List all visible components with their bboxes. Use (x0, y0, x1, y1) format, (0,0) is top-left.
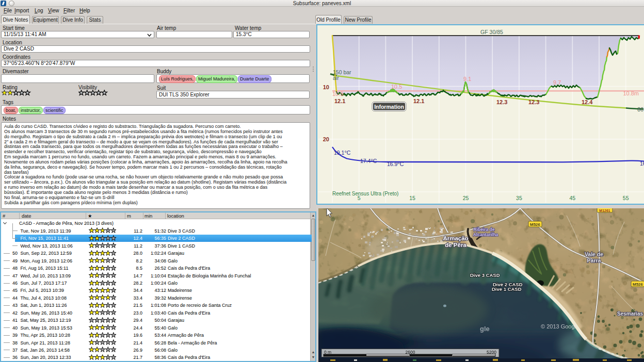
svg-text:Parra: Parra (587, 257, 601, 264)
svg-text:19.1°C: 19.1°C (334, 150, 351, 156)
svg-text:5200: 5200 (487, 350, 496, 355)
svg-text:12.1: 12.1 (334, 98, 345, 104)
svg-text:Information: Information (374, 104, 404, 110)
svg-text:© 2013 Googl: © 2013 Googl (541, 323, 576, 330)
svg-text:Reefnet Sensus Ultra (Preto): Reefnet Sensus Ultra (Preto) (332, 191, 398, 196)
svg-text:Alcantarilha: Alcantarilha (473, 232, 498, 237)
svg-text:9.1: 9.1 (463, 76, 471, 82)
svg-text:10.9: 10.9 (332, 91, 343, 97)
svg-text:2600: 2600 (406, 350, 415, 355)
svg-text:12.4: 12.4 (582, 99, 593, 105)
svg-text:gle: gle (480, 325, 490, 333)
svg-text:15: 15 (409, 195, 415, 201)
svg-text:12.1: 12.1 (413, 98, 424, 104)
svg-text:M526: M526 (633, 282, 643, 287)
svg-text:10: 10 (323, 84, 329, 90)
svg-text:Ribeira de: Ribeira de (473, 227, 494, 232)
svg-text:Sesmarias: Sesmarias (617, 311, 643, 317)
svg-text:M1261: M1261 (599, 209, 610, 212)
svg-text:25: 25 (463, 195, 469, 201)
svg-text:GF 30/85: GF 30/85 (480, 29, 503, 35)
svg-text:Dive 1 CASD: Dive 1 CASD (492, 286, 522, 292)
svg-text:45: 45 (569, 195, 575, 201)
svg-text:air: air (333, 75, 339, 81)
svg-text:de Pêra: de Pêra (445, 242, 466, 248)
svg-text:9.7: 9.7 (553, 79, 561, 86)
svg-text:55: 55 (623, 195, 629, 201)
svg-text:Vale de: Vale de (585, 251, 603, 257)
svg-text:35: 35 (516, 195, 522, 201)
svg-text:12.3: 12.3 (496, 99, 507, 105)
svg-text:Armação: Armação (443, 235, 468, 241)
svg-text:M526: M526 (530, 222, 541, 227)
svg-text:10.8m: 10.8m (623, 90, 639, 96)
svg-text:17.4°C: 17.4°C (360, 158, 377, 164)
svg-text:12.3: 12.3 (528, 99, 539, 105)
svg-text:20: 20 (323, 136, 329, 142)
svg-text:16.9°C: 16.9°C (387, 161, 404, 167)
svg-text:0 m: 0 m (324, 350, 331, 355)
svg-text:10.5: 10.5 (391, 84, 402, 90)
svg-text:80: 80 (637, 106, 643, 112)
svg-text:Dive 3 CASD: Dive 3 CASD (470, 272, 500, 278)
svg-text:16.: 16. (640, 160, 644, 167)
